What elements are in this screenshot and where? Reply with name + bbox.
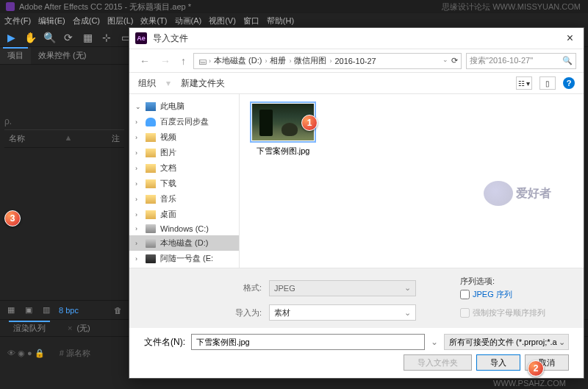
- preview-pane-button[interactable]: ▯: [539, 76, 556, 90]
- nav-up-icon[interactable]: ↑: [178, 54, 189, 68]
- menu-help[interactable]: 帮助(H): [267, 15, 294, 26]
- render-none: (无): [76, 323, 90, 334]
- interpret-icon[interactable]: ▦: [6, 305, 16, 315]
- close-icon[interactable]: ×: [562, 32, 578, 45]
- tree-item[interactable]: ›下载: [129, 176, 239, 191]
- menu-effect[interactable]: 效果(T): [140, 15, 167, 26]
- tree-item[interactable]: ›阿随一号盘 (E:: [129, 251, 239, 266]
- search-icon: 🔍: [562, 56, 573, 65]
- folder-tree[interactable]: ⌄此电脑›百度云同步盘›视频›图片›文档›下载›音乐›桌面›Windows (C…: [129, 94, 240, 268]
- trash-icon[interactable]: 🗑: [112, 305, 123, 315]
- new-comp-icon[interactable]: ▥: [41, 305, 51, 315]
- file-name: 下雪案例图.jpg: [247, 146, 319, 157]
- tree-item[interactable]: ›音乐: [129, 191, 239, 207]
- annotation-badge-2: 2: [528, 360, 544, 376]
- menu-view[interactable]: 视图(V): [209, 15, 236, 26]
- col-name[interactable]: 名称: [9, 133, 25, 144]
- menu-composition[interactable]: 合成(C): [73, 15, 100, 26]
- anchor-tool-icon[interactable]: ⊹: [100, 31, 113, 44]
- dialog-buttons: 导入文件夹 导入 取消 2: [129, 350, 584, 378]
- filename-row: 文件名(N): 下雪案例图.jpg ⌄ 所有可接受的文件 (*.prproj;*…: [129, 328, 584, 350]
- import-folder-button: 导入文件夹: [404, 354, 472, 371]
- tree-item[interactable]: ›桌面: [129, 207, 239, 222]
- help-icon[interactable]: ?: [563, 77, 575, 89]
- file-thumbnail[interactable]: 1: [250, 101, 316, 143]
- menu-window[interactable]: 窗口: [243, 15, 259, 26]
- format-label: 格式:: [144, 282, 262, 293]
- file-filter-select[interactable]: 所有可接受的文件 (*.prproj;*.a: [444, 334, 569, 350]
- watermark-ps: 爱好者: [484, 181, 551, 206]
- import-file-dialog: Ae 导入文件 × ← → ↑ 🖴 › 本地磁盘 (D:) › 相册 › 微信用…: [129, 27, 584, 379]
- import-button[interactable]: 导入: [476, 354, 520, 371]
- annotation-badge-1: 1: [301, 115, 318, 131]
- tree-item[interactable]: ›视频: [129, 129, 239, 145]
- dialog-nav: ← → ↑ 🖴 › 本地磁盘 (D:) › 相册 › 微信用图 › 2016-1…: [129, 49, 584, 72]
- col-comment[interactable]: 注: [112, 133, 120, 144]
- filename-input[interactable]: 下雪案例图.jpg: [191, 334, 425, 350]
- project-search[interactable]: ρ.: [4, 113, 124, 129]
- ae-dialog-icon: Ae: [135, 32, 147, 44]
- tree-item[interactable]: ›Windows (C:): [129, 222, 239, 235]
- menu-layer[interactable]: 图层(L): [107, 15, 133, 26]
- dialog-titlebar: Ae 导入文件 ×: [129, 28, 584, 49]
- menubar: 文件(F) 编辑(E) 合成(C) 图层(L) 效果(T) 动画(A) 视图(V…: [0, 13, 588, 28]
- timeline-header: # 源名称: [60, 348, 90, 359]
- filename-label: 文件名(N):: [144, 336, 185, 349]
- tree-item[interactable]: ›本地磁盘 (D:): [129, 235, 239, 251]
- selection-tool-icon[interactable]: ▶: [4, 31, 18, 44]
- menu-animation[interactable]: 动画(A): [175, 15, 202, 26]
- new-folder-icon[interactable]: ▣: [24, 305, 34, 315]
- watermark-top: 思缘设计论坛 WWW.MISSYUAN.COM: [442, 1, 581, 13]
- project-panel: 项目 效果控件 (无) ρ. 名称 ▲ 注 3 ▦ ▣ ▥ 8 bpc 🗑: [0, 47, 129, 319]
- crumb-album[interactable]: 相册: [268, 55, 287, 66]
- tree-item[interactable]: ›百度云同步盘: [129, 114, 239, 129]
- tree-item[interactable]: ›TOSHIBA (G:): [129, 266, 239, 268]
- force-alpha-checkbox: 强制按字母顺序排列: [460, 307, 588, 318]
- newfolder-button[interactable]: 新建文件夹: [181, 77, 225, 90]
- jpeg-sequence-checkbox[interactable]: JPEG 序列: [460, 289, 588, 300]
- tree-item[interactable]: ›文档: [129, 160, 239, 176]
- search-placeholder: 搜索"2016-10-27": [470, 55, 533, 66]
- nav-back-icon[interactable]: ←: [137, 54, 153, 68]
- menu-edit[interactable]: 编辑(E): [38, 15, 65, 26]
- watermark-bottom: WWW.PSAHZ.COM: [493, 379, 566, 388]
- ae-app-icon: [6, 2, 15, 11]
- bpc-indicator[interactable]: 8 bpc: [59, 306, 79, 315]
- tab-effect-controls[interactable]: 效果控件 (无): [31, 47, 93, 64]
- crumb-wechat[interactable]: 微信用图: [293, 55, 328, 66]
- dialog-title-text: 导入文件: [153, 32, 188, 45]
- drive-icon: 🖴: [197, 56, 207, 66]
- organize-button[interactable]: 组织: [138, 77, 156, 90]
- import-as-label: 导入为:: [144, 307, 262, 318]
- app-title-text: Adobe After Effects CC 2015 - 无标题项目.aep …: [19, 1, 191, 13]
- search-input[interactable]: 搜索"2016-10-27" 🔍: [466, 53, 576, 69]
- file-item[interactable]: 1 下雪案例图.jpg: [247, 101, 319, 157]
- menu-file[interactable]: 文件(F): [4, 15, 31, 26]
- import-as-select[interactable]: 素材: [269, 304, 416, 321]
- tab-render-queue[interactable]: 渲染队列: [6, 321, 53, 336]
- nav-fwd-icon: →: [157, 54, 173, 68]
- camera-tool-icon[interactable]: ▦: [81, 31, 94, 44]
- crumb-date[interactable]: 2016-10-27: [333, 57, 377, 65]
- format-select: JPEG: [269, 280, 416, 296]
- breadcrumb[interactable]: 🖴 › 本地磁盘 (D:) › 相册 › 微信用图 › 2016-10-27 ⌄…: [193, 53, 462, 69]
- file-list[interactable]: 1 下雪案例图.jpg 爱好者: [240, 94, 584, 268]
- zoom-tool-icon[interactable]: 🔍: [43, 31, 56, 44]
- tab-project[interactable]: 项目: [0, 47, 31, 64]
- hand-tool-icon[interactable]: ✋: [24, 31, 37, 44]
- dialog-toolbar: 组织 ▾ 新建文件夹 ☷ ▾ ▯ ?: [129, 72, 584, 94]
- annotation-badge-3: 3: [4, 210, 21, 226]
- crumb-drive[interactable]: 本地磁盘 (D:): [212, 55, 263, 66]
- tree-item[interactable]: ⌄此电脑: [129, 99, 239, 114]
- import-options: 格式: JPEG 序列选项: JPEG 序列 导入为: 素材 强制按字母顺序排列: [129, 268, 584, 328]
- seq-options-label: 序列选项:: [460, 276, 588, 287]
- tree-item[interactable]: ›图片: [129, 145, 239, 160]
- view-mode-button[interactable]: ☷ ▾: [516, 76, 532, 90]
- rotate-tool-icon[interactable]: ⟳: [62, 31, 75, 44]
